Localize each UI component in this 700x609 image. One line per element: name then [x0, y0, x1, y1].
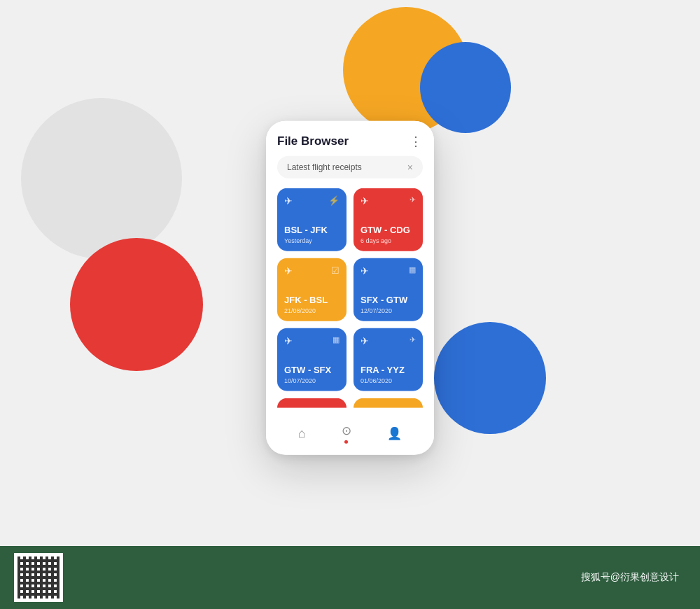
- card-jfk-bsl[interactable]: ✈ ☑ JFK - BSL 21/08/2020: [277, 258, 346, 321]
- card-route-4: SFX - GTW: [360, 295, 416, 306]
- card-date-4: 12/07/2020: [360, 307, 416, 314]
- qr-pattern: [18, 556, 59, 598]
- card-plane-icon-1: ✈: [284, 195, 293, 206]
- qr-code: [14, 553, 63, 602]
- card-date-3: 21/08/2020: [284, 307, 340, 314]
- card-fra-yyz[interactable]: ✈ ✈ FRA - YYZ 01/06/2020: [354, 328, 423, 391]
- partial-cards-row: [266, 398, 434, 408]
- card-plane2-icon-2: ✈: [410, 195, 416, 204]
- card-date-2: 6 days ago: [360, 237, 416, 244]
- search-active-dot: [344, 440, 348, 444]
- search-close-button[interactable]: ×: [407, 162, 413, 173]
- card-date-5: 10/07/2020: [284, 377, 340, 384]
- card-plane2-icon-6: ✈: [410, 335, 416, 344]
- search-nav-icon: ⊙: [342, 424, 351, 438]
- phone-shell: File Browser ⋮ Latest flight receipts × …: [266, 121, 434, 455]
- search-text: Latest flight receipts: [287, 162, 362, 172]
- card-plane-icon-6: ✈: [360, 335, 369, 346]
- card-grid-icon-4: ▦: [409, 265, 416, 274]
- card-bolt-icon-1: ⚡: [328, 195, 340, 206]
- partial-card-red: [277, 398, 346, 408]
- watermark-text: 搜狐号@衍果创意设计: [581, 571, 679, 584]
- card-route-6: FRA - YYZ: [360, 365, 416, 376]
- card-plane-icon-2: ✈: [360, 195, 369, 206]
- nav-profile-button[interactable]: 👤: [387, 426, 402, 441]
- bg-circle-gray: [21, 98, 182, 259]
- card-route-3: JFK - BSL: [284, 295, 340, 306]
- card-sfx-gtw[interactable]: ✈ ▦ SFX - GTW 12/07/2020: [354, 258, 423, 321]
- bottom-nav: ⌂ ⊙ 👤: [266, 414, 434, 455]
- nav-search-button[interactable]: ⊙: [342, 424, 351, 444]
- partial-card-yellow: [354, 398, 423, 408]
- card-date-6: 01/06/2020: [360, 377, 416, 384]
- card-check-icon-3: ☑: [331, 265, 340, 276]
- card-plane-icon-4: ✈: [360, 265, 369, 276]
- card-route-2: GTW - CDG: [360, 225, 416, 236]
- search-bar[interactable]: Latest flight receipts ×: [277, 156, 423, 178]
- phone-header: File Browser ⋮: [266, 121, 434, 156]
- card-gtw-cdg[interactable]: ✈ ✈ GTW - CDG 6 days ago: [354, 188, 423, 251]
- bottom-bar: 搜狐号@衍果创意设计: [0, 546, 700, 609]
- bg-circle-red: [70, 238, 203, 371]
- bg-circle-blue-bottom: [434, 322, 546, 434]
- bg-circle-blue-top: [420, 42, 511, 133]
- menu-dots-button[interactable]: ⋮: [410, 134, 423, 149]
- app-title: File Browser: [277, 134, 349, 148]
- card-bsl-jfk[interactable]: ✈ ⚡ BSL - JFK Yesterday: [277, 188, 346, 251]
- cards-grid: ✈ ⚡ BSL - JFK Yesterday ✈ ✈ GTW - CDG 6 …: [266, 188, 434, 391]
- card-grid-icon-5: ▦: [332, 335, 340, 344]
- card-gtw-sfx[interactable]: ✈ ▦ GTW - SFX 10/07/2020: [277, 328, 346, 391]
- card-date-1: Yesterday: [284, 237, 340, 244]
- card-plane-icon-3: ✈: [284, 265, 293, 276]
- nav-home-button[interactable]: ⌂: [298, 426, 306, 441]
- bg-circle-yellow: [343, 7, 469, 133]
- card-route-5: GTW - SFX: [284, 365, 340, 376]
- card-route-1: BSL - JFK: [284, 225, 340, 236]
- card-plane-icon-5: ✈: [284, 335, 293, 346]
